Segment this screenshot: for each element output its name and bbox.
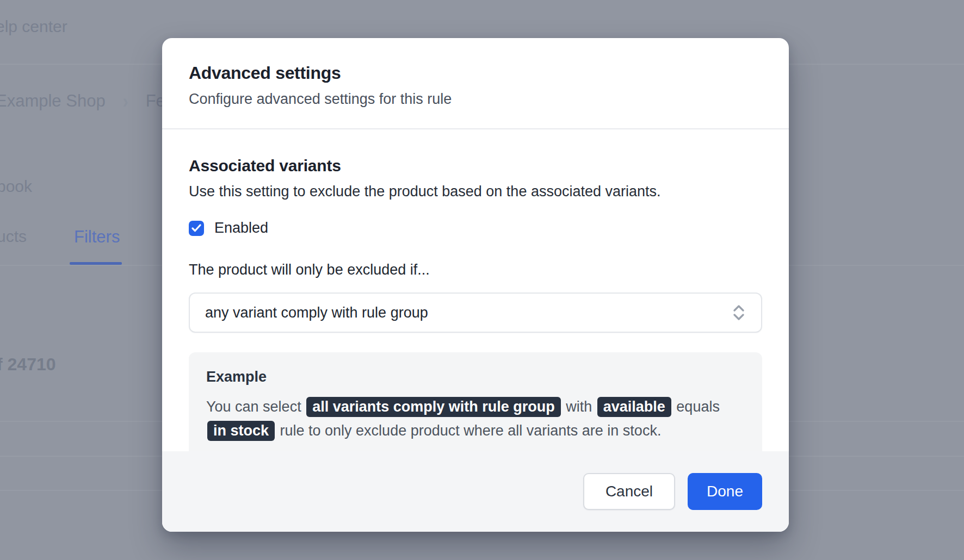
- advanced-settings-dialog: Advanced settings Configure advanced set…: [162, 38, 789, 532]
- done-button[interactable]: Done: [688, 473, 762, 510]
- dialog-body: Associated variants Use this setting to …: [162, 157, 789, 460]
- enabled-checkbox-label: Enabled: [214, 220, 268, 237]
- chevron-right-icon: ›: [123, 90, 128, 113]
- section-heading: Associated variants: [189, 157, 762, 175]
- dialog-title: Advanced settings: [189, 63, 762, 83]
- checkbox-checked-icon[interactable]: [189, 221, 204, 236]
- condition-label: The product will only be excluded if...: [189, 262, 762, 278]
- example-segment: rule to only exclude product where all v…: [276, 422, 661, 439]
- tab-filters[interactable]: Filters: [74, 227, 120, 247]
- enabled-checkbox-row[interactable]: Enabled: [189, 220, 762, 237]
- example-text: You can select all variants comply with …: [206, 395, 745, 443]
- example-heading: Example: [206, 369, 745, 385]
- section-description: Use this setting to exclude the product …: [189, 183, 762, 200]
- chevron-up-down-icon: [732, 303, 746, 322]
- help-center-link[interactable]: elp center: [0, 17, 67, 36]
- tab-products[interactable]: ucts: [0, 227, 27, 246]
- example-segment: with: [562, 399, 596, 415]
- example-callout: Example You can select all variants comp…: [189, 352, 762, 460]
- dialog-footer: Cancel Done: [162, 451, 789, 532]
- example-badge-rule: all variants comply with rule group: [306, 397, 561, 417]
- dialog-header: Advanced settings Configure advanced set…: [162, 38, 789, 129]
- catalog-title: book: [0, 177, 32, 196]
- variant-rule-select[interactable]: any variant comply with rule group: [189, 293, 762, 333]
- cancel-button[interactable]: Cancel: [583, 473, 675, 510]
- dialog-subtitle: Configure advanced settings for this rul…: [189, 91, 762, 108]
- example-segment: You can select: [206, 399, 305, 415]
- variant-rule-select-value: any variant comply with rule group: [205, 304, 732, 321]
- example-segment: equals: [672, 399, 720, 415]
- breadcrumb-shop[interactable]: Example Shop: [0, 91, 106, 111]
- breadcrumb: Example Shop › Fee: [0, 91, 175, 111]
- results-count: f 24710: [0, 354, 56, 375]
- example-badge-value: in stock: [207, 421, 275, 441]
- example-badge-field: available: [597, 397, 671, 417]
